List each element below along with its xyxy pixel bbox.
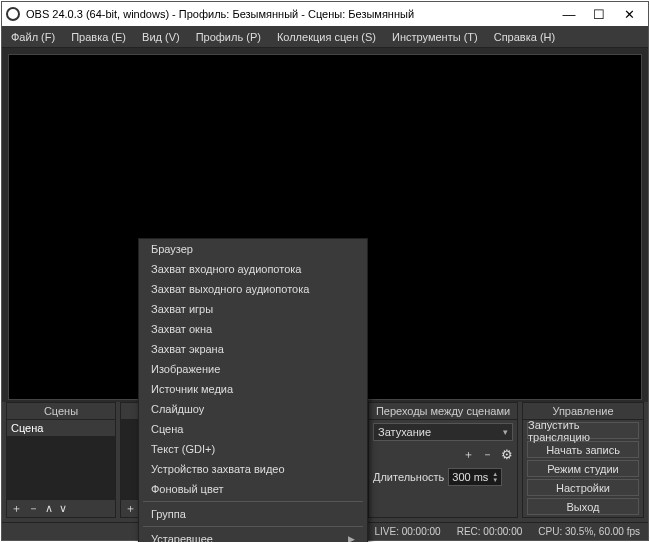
menu-tools[interactable]: Инструменты (T) (389, 29, 481, 45)
menubar: Файл (F) Правка (E) Вид (V) Профиль (P) … (2, 26, 648, 48)
menu-file[interactable]: Файл (F) (8, 29, 58, 45)
chevron-right-icon: ▶ (348, 534, 355, 542)
exit-button[interactable]: Выход (527, 498, 639, 515)
ctx-item[interactable]: Захват игры (139, 299, 367, 319)
start-stream-button[interactable]: Запустить трансляцию (527, 422, 639, 439)
status-live: LIVE: 00:00:00 (374, 526, 440, 537)
obs-logo-icon (6, 7, 20, 21)
dock-transitions: Переходы между сценами Затухание ▾ ＋ － ⚙… (368, 402, 518, 518)
transition-duration-input[interactable]: 300 ms ▲▼ (448, 468, 502, 486)
minimize-button[interactable]: — (554, 2, 584, 26)
menu-scenecol[interactable]: Коллекция сцен (S) (274, 29, 379, 45)
add-source-button[interactable]: ＋ (125, 501, 136, 516)
transition-duration-label: Длительность (373, 471, 444, 483)
start-record-button[interactable]: Начать запись (527, 441, 639, 458)
dock-controls-title: Управление (523, 403, 643, 420)
dock-controls: Управление Запустить трансляцию Начать з… (522, 402, 644, 518)
ctx-item[interactable]: Захват окна (139, 319, 367, 339)
close-button[interactable]: ✕ (614, 2, 644, 26)
ctx-separator (143, 501, 363, 502)
menu-view[interactable]: Вид (V) (139, 29, 183, 45)
scene-item[interactable]: Сцена (7, 420, 115, 436)
status-rec: REC: 00:00:00 (457, 526, 523, 537)
status-cpu: CPU: 30.5%, 60.00 fps (538, 526, 640, 537)
chevron-down-icon: ▾ (503, 427, 508, 437)
scenes-toolbar: ＋ － ∧ ∨ (7, 499, 115, 517)
ctx-item[interactable]: Слайдшоу (139, 399, 367, 419)
dock-scenes-title: Сцены (7, 403, 115, 420)
ctx-item[interactable]: Текст (GDI+) (139, 439, 367, 459)
menu-help[interactable]: Справка (H) (491, 29, 558, 45)
controls-body: Запустить трансляцию Начать запись Режим… (523, 420, 643, 517)
scenes-list[interactable]: Сцена (7, 420, 115, 499)
transition-select[interactable]: Затухание ▾ (373, 423, 513, 441)
ctx-item[interactable]: Захват экрана (139, 339, 367, 359)
scene-up-button[interactable]: ∧ (45, 502, 53, 515)
ctx-item[interactable]: Захват выходного аудиопотока (139, 279, 367, 299)
transitions-body: Затухание ▾ ＋ － ⚙ Длительность 300 ms ▲▼ (369, 420, 517, 517)
scene-down-button[interactable]: ∨ (59, 502, 67, 515)
ctx-item[interactable]: Фоновый цвет (139, 479, 367, 499)
ctx-item[interactable]: Сцена (139, 419, 367, 439)
spinner-icon: ▲▼ (492, 471, 498, 483)
add-transition-button[interactable]: ＋ (463, 447, 474, 462)
window-title: OBS 24.0.3 (64-bit, windows) - Профиль: … (26, 8, 554, 20)
remove-scene-button[interactable]: － (28, 501, 39, 516)
ctx-item[interactable]: Захват входного аудиопотока (139, 259, 367, 279)
menu-edit[interactable]: Правка (E) (68, 29, 129, 45)
ctx-item[interactable]: Устройство захвата видео (139, 459, 367, 479)
maximize-button[interactable]: ☐ (584, 2, 614, 26)
ctx-item[interactable]: Браузер (139, 239, 367, 259)
titlebar[interactable]: OBS 24.0.3 (64-bit, windows) - Профиль: … (2, 2, 648, 26)
gear-icon: ⚙ (501, 447, 513, 462)
settings-button[interactable]: Настройки (527, 479, 639, 496)
ctx-item[interactable]: Изображение (139, 359, 367, 379)
ctx-item[interactable]: Источник медиа (139, 379, 367, 399)
transition-props-button[interactable]: ⚙ (501, 448, 513, 461)
menu-profile[interactable]: Профиль (P) (193, 29, 264, 45)
dock-scenes: Сцены Сцена ＋ － ∧ ∨ (6, 402, 116, 518)
transition-duration-value: 300 ms (452, 471, 488, 483)
ctx-item-deprecated[interactable]: Устаревшее ▶ (139, 529, 367, 542)
ctx-item-group[interactable]: Группа (139, 504, 367, 524)
add-scene-button[interactable]: ＋ (11, 501, 22, 516)
ctx-separator (143, 526, 363, 527)
dock-transitions-title: Переходы между сценами (369, 403, 517, 420)
window-controls: — ☐ ✕ (554, 2, 644, 26)
transition-selected-label: Затухание (378, 426, 431, 438)
add-source-context-menu: Браузер Захват входного аудиопотока Захв… (138, 238, 368, 542)
remove-transition-button[interactable]: － (482, 447, 493, 462)
studio-mode-button[interactable]: Режим студии (527, 460, 639, 477)
